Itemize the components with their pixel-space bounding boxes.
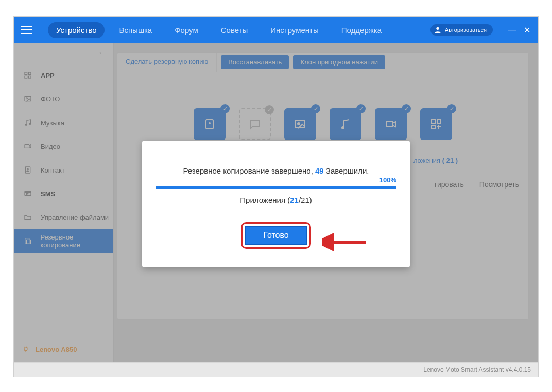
tab-backup[interactable]: Сделать резервную копию <box>117 53 217 72</box>
modal-message: Резервное копирование завершено, 49 Заве… <box>156 166 396 175</box>
tile-sms[interactable]: ✓ <box>239 108 271 140</box>
backup-complete-modal: Резервное копирование завершено, 49 Заве… <box>142 141 410 267</box>
tile-apps-label: ложения ( 21 ) <box>400 157 472 164</box>
tile-row: ✓ ✓ ✓ ✓ ✓ <box>117 108 528 140</box>
sidebar-item-label: Резервное копирование <box>40 233 113 249</box>
photo-icon <box>22 94 33 104</box>
check-icon: ✓ <box>265 105 274 114</box>
tile-music[interactable]: ✓ <box>330 108 361 140</box>
check-icon: ✓ <box>356 104 366 113</box>
sidebar-item-label: Видео <box>41 143 60 150</box>
svg-rect-13 <box>25 238 29 244</box>
music-icon <box>22 118 33 127</box>
device-footer: Lenovo A850 <box>14 336 113 362</box>
status-bar: Lenovo Moto Smart Assistant v4.4.0.15 <box>14 362 538 377</box>
svg-point-0 <box>436 27 439 30</box>
video-tile-icon <box>384 117 398 131</box>
svg-point-11 <box>27 168 29 170</box>
sidebar-item-label: ФОТО <box>41 95 60 103</box>
progress-bar-wrap: 100% <box>156 186 396 189</box>
svg-rect-4 <box>28 76 31 78</box>
modal-subtext: Приложения (21/21) <box>156 196 396 204</box>
nav-tips[interactable]: Советы <box>213 22 256 38</box>
sidebar-list: APP ФОТО Музыка Видео Контакт <box>14 43 113 253</box>
svg-rect-9 <box>25 145 29 148</box>
sidebar-item-label: Контакт <box>41 166 65 174</box>
svg-rect-21 <box>432 120 435 123</box>
sidebar-item-app[interactable]: APP <box>14 63 113 87</box>
close-button[interactable]: ✕ <box>523 26 531 34</box>
sidebar-item-photo[interactable]: ФОТО <box>14 87 113 111</box>
sidebar-item-sms[interactable]: SMS <box>14 182 113 206</box>
header-bar: Устройство Вспышка Форум Советы Инструме… <box>14 17 538 43</box>
menu-icon[interactable] <box>21 26 32 34</box>
apps-tile-icon <box>429 117 443 131</box>
svg-rect-22 <box>437 120 441 123</box>
sms-tile-icon <box>248 117 262 131</box>
check-icon: ✓ <box>311 104 320 113</box>
sidebar-item-label: Управление файлами <box>41 214 109 221</box>
sidebar-item-video[interactable]: Видео <box>14 134 113 158</box>
sidebar-item-label: APP <box>41 72 55 79</box>
tabs: Сделать резервную копию Восстанавливать … <box>117 53 528 72</box>
svg-point-6 <box>26 98 28 99</box>
tile-video[interactable]: ✓ <box>375 108 407 140</box>
sidebar: ← APP ФОТО Музыка Видео <box>14 43 114 362</box>
svg-rect-20 <box>386 122 392 127</box>
nav-device[interactable]: Устройство <box>48 22 105 38</box>
svg-point-19 <box>342 127 344 129</box>
action-link-view[interactable]: Посмотреть <box>479 180 519 189</box>
tile-apps[interactable]: ✓ ложения ( 21 ) <box>420 108 452 140</box>
svg-point-8 <box>29 123 31 125</box>
nav-flash[interactable]: Вспышка <box>111 22 160 38</box>
video-icon <box>22 142 33 151</box>
contact-icon <box>22 165 33 175</box>
svg-point-16 <box>209 122 211 124</box>
action-link-1[interactable]: тировать <box>434 180 464 189</box>
sidebar-item-files[interactable]: Управление файлами <box>14 206 113 229</box>
svg-rect-23 <box>432 125 435 129</box>
progress-bar <box>156 186 396 189</box>
sidebar-item-label: SMS <box>41 190 55 198</box>
tab-clone[interactable]: Клон при одном нажатии <box>293 55 385 69</box>
sidebar-item-contact[interactable]: Контакт <box>14 158 113 182</box>
minimize-button[interactable]: — <box>508 26 516 34</box>
sidebar-item-label: Музыка <box>41 119 64 127</box>
contacts-tile-icon <box>203 117 216 131</box>
svg-point-18 <box>298 123 300 125</box>
back-icon[interactable]: ← <box>98 48 106 57</box>
photo-tile-icon <box>294 117 307 131</box>
backup-icon <box>22 236 33 246</box>
svg-rect-3 <box>25 76 27 78</box>
svg-rect-14 <box>26 240 30 244</box>
app-window: Устройство Вспышка Форум Советы Инструме… <box>13 16 539 377</box>
actions-row: тировать Посмотреть <box>434 180 519 189</box>
user-icon <box>434 26 442 34</box>
folder-icon <box>22 213 33 222</box>
done-highlight: Готово <box>241 222 310 249</box>
check-icon: ✓ <box>447 104 456 113</box>
svg-rect-1 <box>25 72 27 75</box>
svg-point-7 <box>25 124 27 126</box>
nav-support[interactable]: Поддержка <box>333 22 390 38</box>
nav-forum[interactable]: Форум <box>166 22 206 38</box>
plug-icon <box>22 345 29 354</box>
nav-tools[interactable]: Инструменты <box>262 22 327 38</box>
progress-percent: 100% <box>380 176 396 184</box>
device-name: Lenovo A850 <box>36 346 77 353</box>
sms-icon <box>22 189 33 198</box>
sidebar-item-backup[interactable]: Резервное копирование <box>14 229 113 253</box>
tile-photo[interactable]: ✓ <box>284 108 316 140</box>
tile-contacts[interactable]: ✓ <box>194 108 226 140</box>
grid-icon <box>22 71 33 80</box>
check-icon: ✓ <box>402 104 411 113</box>
sidebar-item-music[interactable]: Музыка <box>14 111 113 134</box>
tab-restore[interactable]: Восстанавливать <box>221 55 289 69</box>
music-tile-icon <box>339 117 352 131</box>
svg-rect-2 <box>28 72 31 75</box>
login-button[interactable]: Авторизоваться <box>430 24 493 36</box>
login-label: Авторизоваться <box>445 27 487 33</box>
version-text: Lenovo Moto Smart Assistant v4.4.0.15 <box>423 366 531 373</box>
done-button[interactable]: Готово <box>245 226 307 245</box>
window-controls: — ✕ <box>502 26 531 34</box>
